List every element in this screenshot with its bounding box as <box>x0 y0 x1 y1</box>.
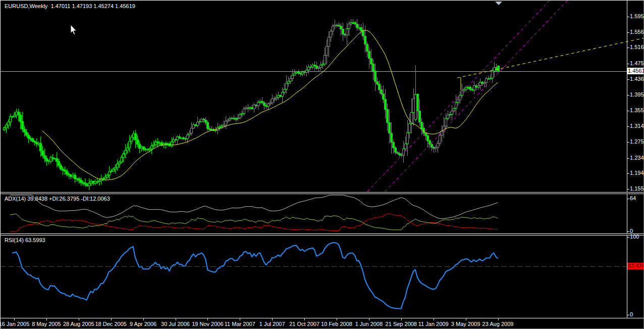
time-axis-label: 3 May 2009 <box>451 321 480 327</box>
time-axis-label: 28 Aug 2005 <box>63 321 94 327</box>
price-axis-label: 1.43610 <box>630 76 644 82</box>
chart-canvas[interactable] <box>1 1 644 329</box>
time-axis-label: 30 Jul 2006 <box>161 321 190 327</box>
time-axis-label: 21 Sep 2008 <box>386 321 417 327</box>
rsi-level-tag: 62.4242 <box>627 263 644 269</box>
time-axis-label: 16 Jan 2005 <box>0 321 29 327</box>
price-axis-label: 1.47570 <box>630 60 644 66</box>
rsi-indicator-label: RSI(14) 63.5993 <box>5 237 45 243</box>
price-axis-label: 1.59570 <box>630 13 644 19</box>
current-price-tag: 1.45619 <box>627 68 644 74</box>
pane-divider-adx[interactable] <box>1 192 644 194</box>
time-axis[interactable]: 16 Jan 20058 May 200528 Aug 200518 Dec 2… <box>1 318 644 329</box>
price-axis-label: 1.27530 <box>630 138 644 145</box>
price-axis-label: 1.39530 <box>630 91 644 98</box>
price-axis[interactable]: 1.595701.556101.516501.475701.436101.395… <box>627 1 644 318</box>
time-axis-label: 1 Jun 2008 <box>355 321 383 327</box>
price-axis-label: 1.19490 <box>630 170 644 176</box>
time-axis-label: 19 Nov 2006 <box>192 321 223 327</box>
price-axis-label: 1.31490 <box>630 123 644 129</box>
rsi-axis-label: 100 <box>630 233 639 240</box>
mt4-chart-window: EURUSD,Weekly 1.47011 1.47193 1.45274 1.… <box>0 0 644 329</box>
mouse-cursor <box>70 24 78 36</box>
pane-divider-rsi[interactable] <box>1 233 644 236</box>
time-axis-label: 9 Apr 2006 <box>130 321 156 327</box>
price-axis-label: 1.51650 <box>630 44 644 50</box>
adx-axis-label: 64 <box>630 195 636 201</box>
chart-title-ohlc: EURUSD,Weekly 1.47011 1.47193 1.45274 1.… <box>5 3 135 9</box>
price-axis-label: 1.35570 <box>630 107 644 113</box>
price-axis-label: 1.55610 <box>630 29 644 35</box>
adx-indicator-label: ADX(14) 39.8438 +DI:26.3795 -DI:12.0063 <box>5 196 110 202</box>
time-axis-label: 18 Dec 2005 <box>95 321 126 327</box>
time-axis-label: 23 Aug 2009 <box>482 321 514 327</box>
time-axis-label: 11 Jan 2009 <box>418 321 449 327</box>
rsi-axis-label: 0 <box>630 311 633 317</box>
time-axis-label: 11 Mar 2007 <box>225 321 255 327</box>
price-axis-label: 1.15530 <box>630 185 644 192</box>
time-axis-label: 21 Oct 2007 <box>289 321 319 327</box>
time-axis-label: 10 Feb 2008 <box>321 321 352 327</box>
time-axis-label: 1 Jul 2007 <box>259 321 285 327</box>
time-axis-label: 8 May 2005 <box>32 321 61 327</box>
price-axis-label: 1.23450 <box>630 155 644 161</box>
